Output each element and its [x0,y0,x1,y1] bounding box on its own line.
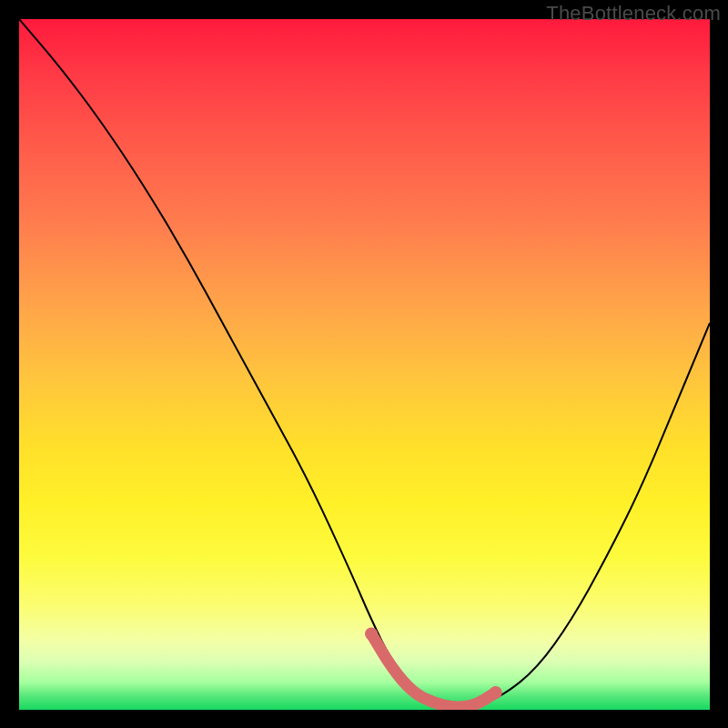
chart-plot-area [19,19,710,710]
watermark-text: TheBottleneck.com [546,2,721,25]
bottleneck-curve [19,19,710,707]
optimal-marker-start-cap [365,628,378,641]
optimal-marker-end-cap [490,686,502,699]
chart-svg [19,19,710,710]
optimal-marker [371,634,496,707]
